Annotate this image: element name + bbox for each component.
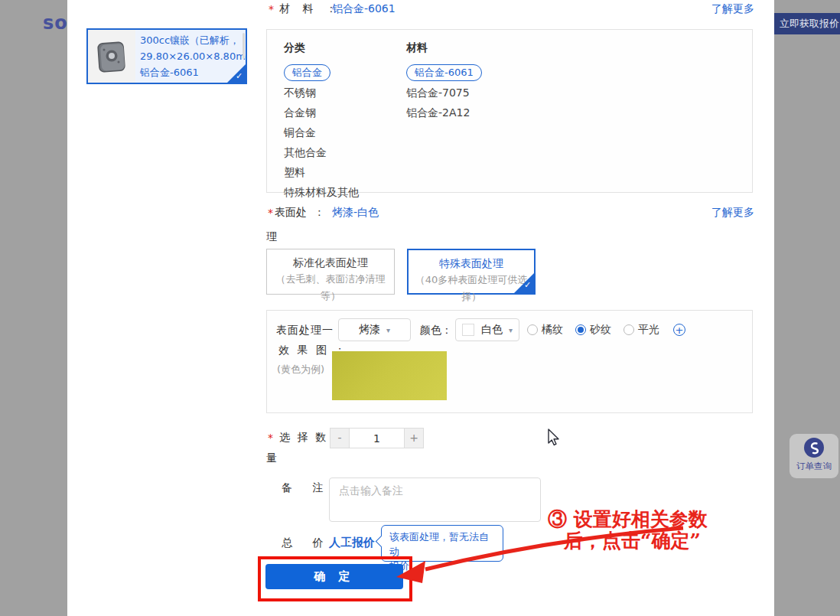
standard-surface-title: 标准化表面处理: [267, 249, 394, 271]
quantity-input[interactable]: [350, 428, 404, 448]
special-surface-card[interactable]: 特殊表面处理 （40多种表面处理可供选择） ✓: [407, 249, 536, 295]
surface-label-line1: 表面处 ：: [275, 206, 324, 220]
mouse-cursor: [546, 429, 562, 447]
category-item-selected[interactable]: 铝合金: [284, 62, 359, 83]
category-item[interactable]: 塑料: [284, 162, 359, 182]
total-value: 人工报价: [329, 536, 375, 550]
chevron-down-icon: ▾: [509, 326, 513, 334]
material-required-mark: *: [269, 3, 274, 15]
order-query-label: 订单查询: [790, 461, 838, 472]
special-surface-title: 特殊表面处理: [409, 250, 534, 272]
surface-required-mark: *: [268, 207, 273, 219]
order-query-icon: [804, 438, 824, 458]
part-thumbnail: [88, 30, 135, 83]
category-item[interactable]: 合金钢: [284, 103, 359, 122]
category-column-header: 分类: [284, 41, 305, 55]
material-item[interactable]: 铝合金-2A12: [406, 103, 482, 122]
surface-more-link[interactable]: 了解更多: [711, 206, 754, 220]
annotation-line2: 后，点击“确定”: [564, 528, 701, 553]
color-select-value: 白色: [481, 323, 503, 337]
surface-detail-panel: 表面处理一 ： 烤漆 ▾ 颜色： 白色 ▾ 橘纹 砂纹 平光 + 效 果 图 ：…: [266, 310, 753, 413]
quantity-stepper: - +: [330, 428, 424, 448]
material-panel: 分类 铝合金 不锈钢 合金钢 铜合金 其他合金 塑料 特殊材料及其他 材料 铝合…: [266, 29, 753, 193]
standard-surface-subtitle: （去毛刺、表面洁净清理等）: [267, 271, 394, 305]
tooltip-text-line1: 该表面处理，暂无法自动: [389, 530, 495, 559]
tooltip-arrow: [376, 536, 388, 548]
category-item[interactable]: 不锈钢: [284, 83, 359, 103]
finish-radio-orange-label[interactable]: 橘纹: [542, 323, 563, 337]
finish-radio-flat-label[interactable]: 平光: [638, 323, 659, 337]
special-surface-check-icon: ✓: [514, 273, 534, 293]
process-select[interactable]: 烤漆 ▾: [338, 318, 411, 341]
chevron-down-icon: ▾: [386, 326, 390, 334]
surface-value-link[interactable]: 烤漆-白色: [332, 206, 379, 220]
quantity-minus-button[interactable]: -: [330, 428, 350, 448]
material-item[interactable]: 铝合金-7075: [406, 83, 482, 103]
part-dimensions: 29.80×26.00×8.80mm: [140, 48, 244, 64]
part-selected-check-icon: ✓: [227, 64, 246, 83]
remark-input[interactable]: [329, 477, 541, 522]
add-surface-icon[interactable]: +: [673, 324, 685, 336]
effect-image-note: (黄色为例): [277, 363, 324, 376]
finish-radio-sand-label[interactable]: 砂纹: [590, 323, 611, 337]
color-swatch: [462, 324, 474, 336]
part-name: 300cc镶嵌（已解析，: [140, 32, 244, 48]
part-3d-icon: [92, 37, 132, 77]
finish-radio-flat[interactable]: [623, 324, 634, 335]
material-label: 材 料 ：: [279, 2, 337, 16]
standard-surface-card[interactable]: 标准化表面处理 （去毛刺、表面洁净清理等）: [266, 249, 395, 295]
material-value-link[interactable]: 铝合金-6061: [332, 2, 396, 16]
process-select-value: 烤漆: [359, 323, 380, 337]
finish-radio-sand[interactable]: [575, 324, 586, 335]
color-label: 颜色：: [420, 318, 452, 341]
effect-image: [332, 351, 447, 400]
material-more-link[interactable]: 了解更多: [711, 2, 754, 16]
get-quote-button[interactable]: 立即获取报价: [774, 13, 840, 34]
order-query-widget[interactable]: 订单查询: [790, 434, 838, 478]
surface-label-line2: 理: [266, 230, 277, 244]
finish-radio-orange[interactable]: [527, 324, 538, 335]
quantity-label-line2: 量: [266, 451, 277, 465]
category-item[interactable]: 特殊材料及其他: [284, 182, 359, 202]
part-card-scrollbar[interactable]: [243, 33, 245, 59]
part-card[interactable]: 300cc镶嵌（已解析， 29.80×26.00×8.80mm 铝合金-6061…: [86, 28, 247, 84]
material-item-selected[interactable]: 铝合金-6061: [406, 62, 482, 83]
confirm-button[interactable]: 确 定: [265, 564, 403, 589]
quantity-required-mark: *: [268, 432, 273, 444]
category-item[interactable]: 铜合金: [284, 122, 359, 142]
category-item[interactable]: 其他合金: [284, 142, 359, 162]
material-column-header: 材料: [406, 41, 428, 55]
color-select[interactable]: 白色 ▾: [455, 318, 519, 341]
quantity-plus-button[interactable]: +: [404, 428, 424, 448]
